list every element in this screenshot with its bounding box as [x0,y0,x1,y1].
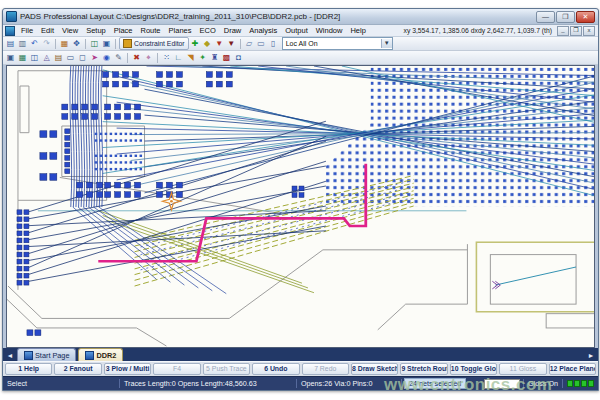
edit-toolbar: ▣▦◫◬▤▭◻➤◉✎✖⌖⁙∟◥✦♜▩◘ [3,51,598,65]
component-move-icon[interactable]: ◬ [41,52,52,63]
tab-ddr2[interactable]: DDR2 [78,348,123,361]
document-icon [24,351,33,360]
tune-topology-icon[interactable]: ⁙ [161,52,172,63]
status-led-indicators [567,380,594,387]
measure-icon[interactable]: ⌖ [143,52,154,63]
menu-eco[interactable]: ECO [195,26,219,35]
menu-setup[interactable]: Setup [82,26,110,35]
display-control-icon[interactable]: ◫ [89,38,100,49]
fkey-12-place-plane[interactable]: 12 Place Plane [549,363,596,375]
toolbar-separator [115,39,116,49]
chevron-down-icon[interactable]: ▼ [381,39,392,48]
display-scheme-combobox[interactable]: Loc All On ▼ [282,37,393,50]
menu-route[interactable]: Route [137,26,165,35]
fkey-3-plow-multi[interactable]: 3 Plow / Multi [104,363,151,375]
status-selection-badge: 24 nets selected [404,378,466,389]
fkey-5-push-trace: 5 Push Trace [203,363,250,375]
fkey-f4: F4 [153,363,200,375]
window-title: PADS Professional Layout C:\Designs\DDR2… [20,12,533,21]
led-icon [588,380,594,387]
mdi-close-button[interactable]: x [583,26,595,36]
tab-start-page[interactable]: Start Page [17,348,76,361]
minimize-button[interactable]: — [536,11,555,23]
window-controls: — ❐ ✕ [536,11,595,23]
menu-draw[interactable]: Draw [220,26,246,35]
mdi-minimize-button[interactable]: _ [557,26,569,36]
doc-props-icon[interactable]: ▯ [268,38,279,49]
function-key-bar: 1 Help2 Fanout3 Plow / MultiF45 Push Tra… [3,361,598,376]
print-icon[interactable]: ▥ [17,38,28,49]
tab-scroll-right-icon[interactable]: ► [586,350,596,361]
constraint-editor-icon [123,39,132,48]
fkey-6-undo[interactable]: 6 Undo [252,363,299,375]
layer-pair-icon[interactable]: ◫ [29,52,40,63]
menu-view[interactable]: View [58,26,82,35]
menu-items: FileEditViewSetupPlaceRoutePlanesECODraw… [17,26,370,35]
toolbar-separator [127,53,128,63]
run-drc-icon[interactable]: ♜ [209,52,220,63]
menu-file[interactable]: File [17,26,37,35]
menu-analysis[interactable]: Analysis [245,26,281,35]
led-icon [567,380,573,387]
maximize-button[interactable]: ❐ [556,11,575,23]
route-trace-icon[interactable]: ➤ [89,52,100,63]
fkey-10-toggle-gloss[interactable]: 10 Toggle Gloss [450,363,497,375]
menu-place[interactable]: Place [110,26,137,35]
led-icon [574,380,580,387]
status-lengths: Traces Length:0 Opens Length:48,560.63 [120,379,297,388]
menu-planes[interactable]: Planes [165,26,196,35]
via-add-icon[interactable]: ◉ [101,52,112,63]
redo-icon[interactable]: ↷ [41,38,52,49]
toolbar-separator [240,39,241,49]
fkey-7-redo: 7 Redo [302,363,349,375]
mdi-controls: _ ❐ x [557,26,595,36]
angle-route-icon[interactable]: ∟ [173,52,184,63]
fkey-8-draw-sketch[interactable]: 8 Draw Sketch [351,363,398,375]
output-icon[interactable]: ◘ [233,52,244,63]
menu-output[interactable]: Output [281,26,312,35]
toolbar-separator [55,39,56,49]
document-icon [5,26,15,36]
pencil-icon[interactable]: ✎ [113,52,124,63]
app-icon [6,11,17,22]
move-mode-icon[interactable]: ✥ [71,38,82,49]
outline-icon[interactable]: ▭ [65,52,76,63]
add-via-icon[interactable]: ✚ [190,38,201,49]
draw-shape-icon[interactable]: ◻ [77,52,88,63]
delete-net-icon[interactable]: ▼ [214,38,225,49]
fkey-1-help[interactable]: 1 Help [5,363,52,375]
status-value-field[interactable] [484,379,520,389]
main-toolbar: ▤▥↶↷▦✥◫▣ Constraint Editor ✚◆▼▼▱▭▯ Loc A… [3,37,598,51]
filter-nets-icon[interactable]: ▼ [226,38,237,49]
board-view-icon[interactable]: ▦ [17,52,28,63]
constraint-editor-button[interactable]: Constraint Editor [119,37,189,50]
netline-icon[interactable]: ◥ [185,52,196,63]
fkey-2-fanout[interactable]: 2 Fanout [54,363,101,375]
menu-help[interactable]: Help [346,26,369,35]
delete-icon[interactable]: ✖ [131,52,142,63]
toolbar-separator [157,53,158,63]
place-part-icon[interactable]: ▦ [59,38,70,49]
sketch-icon[interactable]: ✦ [197,52,208,63]
fkey-9-stretch-route[interactable]: 9 Stretch Route [400,363,447,375]
app-window: PADS Professional Layout C:\Designs\DDR2… [2,8,599,391]
title-bar[interactable]: PADS Professional Layout C:\Designs\DDR2… [3,9,598,25]
mdi-restore-button[interactable]: ❐ [570,26,582,36]
menu-window[interactable]: Window [312,26,347,35]
close-button[interactable]: ✕ [576,11,595,23]
undo-icon[interactable]: ↶ [29,38,40,49]
pcb-design-canvas[interactable] [6,65,595,348]
doc-open-icon[interactable]: ▭ [256,38,267,49]
status-mode: Select [3,379,120,388]
select-mode-icon[interactable]: ▣ [5,52,16,63]
save-icon[interactable]: ▤ [5,38,16,49]
menu-edit[interactable]: Edit [37,26,58,35]
toolbar-separator [85,39,86,49]
batch-icon[interactable]: ▩ [221,52,232,63]
align-icon[interactable]: ▤ [53,52,64,63]
editor-control-icon[interactable]: ▣ [101,38,112,49]
doc-report-icon[interactable]: ▱ [244,38,255,49]
tab-scroll-left-icon[interactable]: ◄ [5,350,15,361]
add-plane-icon[interactable]: ◆ [202,38,213,49]
status-gloss-indicator: Gloss On [523,379,563,388]
